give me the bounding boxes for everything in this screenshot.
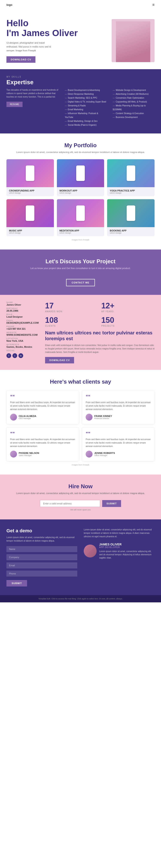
demo-company-input[interactable]: [6, 554, 77, 560]
hire-email-input[interactable]: [40, 500, 100, 507]
birthday-value: 28.05.1986: [6, 309, 41, 312]
skill-item: Streaming & Radio: [63, 104, 107, 108]
demo-name-input[interactable]: [6, 546, 77, 552]
quote-icon: ❝❝: [10, 394, 75, 399]
skill-item: Copywriting (All Web, & Product): [111, 100, 155, 104]
hire-subtitle: Lorem ipsum dolor sit amet, consectetur …: [6, 492, 155, 495]
portfolio-subtitle: Lorem ipsum dolor sit amet, consectetur …: [6, 150, 155, 154]
portfolio-item-name: BOOKING APP: [110, 229, 152, 232]
menu-icon[interactable]: ≡: [152, 3, 155, 7]
location-value: New York, USA: [6, 340, 41, 342]
stats-personal: NAMEJames Oliver BIRTHDAY28.05.1986 ROLE…: [6, 301, 41, 363]
demo-form-field: [6, 554, 77, 560]
stat-item: 150 PROJECTS: [101, 316, 155, 327]
hire-submit-button[interactable]: SUBMIT: [102, 500, 121, 507]
navigation: logo ≡: [0, 0, 161, 10]
stats-quote-text: Etiam erah velit scelerisque in dictum n…: [45, 344, 155, 354]
demo-avatar: [84, 545, 97, 557]
resume-button[interactable]: RESUME: [6, 102, 23, 107]
demo-form-field: [6, 546, 77, 552]
contact-button[interactable]: CONTACT ME: [66, 279, 95, 286]
phone-value: +123 987 654 321: [6, 328, 41, 330]
demo-profile-name: JAMES OLIVER: [99, 542, 155, 546]
portfolio-info: YOGA PRACTICE APP UI/UX Design: [107, 187, 155, 196]
portfolio-card[interactable]: CROWDFUNDING APP UI/UX Design: [6, 159, 54, 196]
author-avatar: [86, 414, 93, 421]
stat-item: 17 AWARDS WON: [45, 301, 98, 313]
demo-email-input[interactable]: [6, 562, 77, 568]
skills-column-2: Website Design & DevelopmentAdvertising …: [111, 88, 155, 127]
hero-heading: Hello I'm James Oliver: [6, 18, 111, 38]
phone-mockup: [76, 165, 85, 181]
portfolio-card[interactable]: WORKOUT APP UI/UX Design: [57, 159, 104, 196]
testimonial-author: JENNIE ROBERTS Office Manager: [86, 451, 151, 458]
stats-quote: Nam ultrices ultrices nec tortor pulvina…: [45, 330, 155, 363]
stat-number: 150: [101, 316, 155, 325]
testimonial-text: Proin sed libero enim sed faucibus turpi…: [10, 401, 75, 411]
portfolio-image: [57, 199, 104, 227]
stat-item: 108 CLIENTS: [45, 316, 98, 327]
stat-label: AWARDS WON: [45, 310, 98, 313]
skill-item: Digital Video & TV, including Super Bowl: [63, 100, 107, 104]
facebook-icon[interactable]: f: [6, 353, 11, 358]
stat-item: 12+ AP YEARS: [101, 301, 155, 313]
author-role: Financial Director: [94, 417, 112, 420]
author-info: JENNIE ROBERTS Office Manager: [94, 452, 115, 457]
demo-submit-button[interactable]: SUBMIT: [6, 580, 27, 587]
portfolio-credit: Images from Freepik: [6, 239, 155, 241]
phone-mockup: [26, 165, 34, 181]
author-name: JENNIE ROBERTS: [94, 452, 115, 454]
instagram-icon[interactable]: in: [19, 353, 23, 358]
testimonial-text: Proin sed libero enim sed faucibus turpi…: [86, 401, 151, 411]
demo-profile-info: JAMES OLIVER APP DEVELOPER Lorem ipsum d…: [99, 542, 155, 559]
stats-download-button[interactable]: DOWNLOAD CV: [45, 357, 74, 363]
stats-numbers-area: 17 AWARDS WON 12+ AP YEARS 108 CLIENTS 1…: [45, 301, 155, 363]
portfolio-item-name: CROWDFUNDING APP: [9, 189, 51, 192]
twitter-icon[interactable]: t: [12, 353, 17, 358]
demo-phone-input[interactable]: [6, 570, 77, 577]
author-role: Office Manager: [94, 454, 115, 457]
download-cv-button[interactable]: DOWNLOAD CV: [6, 56, 35, 63]
footer-text: Template built. Click to access the real…: [6, 598, 155, 600]
phone-mockup: [127, 165, 135, 181]
phone-mockup: [76, 206, 85, 221]
demo-right-text: Lorem ipsum dolor sit amet, consectetur …: [84, 528, 155, 538]
demo-section: Get a demo Lorem ipsum dolor sit amet, c…: [0, 520, 161, 595]
portfolio-card[interactable]: BOOKING APP UI/UX Design: [107, 199, 155, 236]
stats-section: NAMEJames Oliver BIRTHDAY28.05.1986 ROLE…: [0, 295, 161, 370]
hero-description: Ui-designer, photographer and travel ent…: [6, 41, 54, 53]
skills-section: MY SKILLS Expertise Two decades of hands…: [0, 69, 161, 133]
social-label: SOCIAL: [6, 349, 41, 351]
testimonial-card: ❝❝ Proin sed libero enim sed faucibus tu…: [6, 427, 79, 461]
skill-item: Business Development: [111, 115, 155, 119]
portfolio-card[interactable]: MEDITATION APP UI/UX Design: [57, 199, 104, 236]
portfolio-image: [6, 159, 54, 187]
portfolio-grid: CROWDFUNDING APP UI/UX Design WORKOUT AP…: [6, 159, 155, 236]
testimonial-author: FRANK KINNEY Financial Director: [86, 414, 151, 421]
portfolio-card[interactable]: YOGA PRACTICE APP UI/UX Design: [107, 159, 155, 196]
hero-image: [111, 19, 155, 62]
testimonial-card: ❝❝ Proin sed libero enim sed faucibus tu…: [82, 427, 155, 461]
skill-item: Search Marketing: SEO & PPC: [63, 96, 107, 100]
portfolio-card[interactable]: MUSIC APP UI/UX Design: [6, 199, 54, 236]
quote-icon: ❝❝: [86, 431, 151, 436]
author-name: PHOEBE NELSON: [19, 452, 39, 454]
phone-mockup: [26, 206, 34, 221]
portfolio-image: [6, 199, 54, 227]
footer: Template built. Click to access the real…: [0, 595, 161, 602]
demo-form: [6, 546, 77, 577]
interests-label: INTERESTS: [6, 343, 41, 346]
skill-item: Brand Development & Advertising: [63, 88, 107, 92]
portfolio-item-type: UI/UX Design: [60, 232, 102, 234]
portfolio-item-type: UI/UX Design: [110, 232, 152, 234]
testimonial-text: Proin sed libero enim sed faucibus turpi…: [10, 438, 75, 448]
skills-label: MY SKILLS: [6, 75, 155, 78]
skill-item: Social Media (Paid & Organic): [63, 123, 107, 127]
skills-title: Expertise: [6, 79, 155, 86]
hire-section: Hire Now Lorem ipsum dolor sit amet, con…: [0, 474, 161, 520]
stat-number: 17: [45, 301, 98, 310]
demo-profile-role: APP DEVELOPER: [99, 546, 155, 549]
skill-item: Media Planning & Buying (up to $100MM): [111, 104, 155, 112]
hire-note: We will never spam you: [6, 509, 155, 511]
author-name: CELIA ALMEDA: [19, 415, 36, 417]
